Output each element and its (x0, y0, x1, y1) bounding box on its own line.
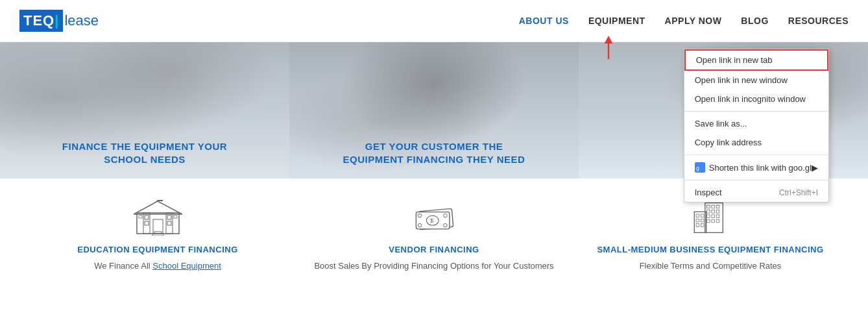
hero-panel-school-text: FINANCE THE EQUIPMENT YOUR SCHOOL NEEDS (49, 140, 240, 166)
svg-rect-18 (152, 234, 163, 236)
context-menu-open-new-tab[interactable]: Open link in new tab (684, 49, 828, 71)
svg-rect-29 (706, 205, 710, 208)
card-education-link[interactable]: School Equipment (152, 261, 221, 271)
svg-rect-16 (174, 215, 177, 218)
card-education-title: EDUCATION EQUIPMENT FINANCING (77, 245, 238, 254)
logo-lease: lease (64, 12, 99, 29)
svg-rect-32 (706, 210, 710, 213)
context-menu-open-incognito-label: Open link in incognito window (695, 94, 806, 104)
card-business-desc: Flexible Terms and Competitive Rates (640, 260, 782, 273)
context-menu-divider-1 (684, 111, 828, 112)
svg-rect-8 (145, 215, 149, 219)
card-education: EDUCATION EQUIPMENT FINANCING We Finance… (19, 191, 296, 279)
hero-panel-school-line1: FINANCE THE EQUIPMENT YOUR (62, 140, 227, 153)
context-menu-divider-2 (684, 154, 828, 155)
hero-panel-school: FINANCE THE EQUIPMENT YOUR SCHOOL NEEDS (0, 42, 289, 178)
svg-rect-33 (711, 210, 714, 213)
context-menu-copy-link[interactable]: Copy link address (684, 133, 828, 152)
nav-equipment[interactable]: EQUIPMENT (588, 16, 645, 26)
context-menu-save-link[interactable]: Save link as... (684, 114, 828, 133)
context-menu-inspect-shortcut: Ctrl+Shift+I (779, 188, 818, 197)
svg-marker-1 (605, 36, 613, 43)
arrow-indicator (596, 36, 621, 64)
svg-rect-30 (711, 205, 714, 208)
nav-about-us[interactable]: ABOUT US (519, 16, 569, 26)
svg-rect-37 (716, 214, 719, 217)
svg-rect-14 (158, 200, 163, 201)
logo-highlight: | (54, 12, 59, 29)
svg-rect-46 (701, 223, 704, 227)
card-vendor: $ VENDOR FINANCING Boost Sales By Provid… (296, 191, 572, 279)
nav-blog[interactable]: BLOG (741, 16, 768, 26)
svg-rect-40 (716, 219, 719, 223)
svg-rect-15 (139, 215, 142, 218)
svg-rect-9 (167, 215, 171, 219)
svg-rect-36 (711, 214, 714, 217)
svg-rect-11 (167, 221, 171, 225)
svg-rect-44 (701, 219, 704, 222)
card-business: SMALL-MEDIUM BUSINESS EQUIPMENT FINANCIN… (572, 191, 849, 279)
hero-panel-vendor-line1: GET YOUR CUSTOMER THE (343, 140, 525, 153)
svg-rect-10 (145, 221, 149, 225)
svg-marker-12 (134, 201, 182, 214)
logo-teq: TEQ| (19, 10, 63, 32)
nav-apply-now[interactable]: APPLY NOW (665, 16, 722, 26)
context-menu-inspect[interactable]: Inspect Ctrl+Shift+I (684, 183, 828, 202)
svg-rect-43 (696, 219, 699, 222)
card-vendor-desc: Boost Sales By Providing Financing Optio… (314, 260, 553, 273)
main-nav: ABOUT US EQUIPMENT APPLY NOW BLOG RESOUR… (519, 16, 849, 26)
svg-rect-35 (706, 214, 710, 217)
svg-text:g: g (696, 165, 699, 171)
svg-rect-45 (696, 223, 699, 227)
context-menu-divider-3 (684, 180, 828, 180)
svg-rect-38 (706, 219, 710, 223)
card-business-title: SMALL-MEDIUM BUSINESS EQUIPMENT FINANCIN… (597, 245, 823, 254)
context-menu-inspect-label: Inspect (695, 188, 722, 197)
card-vendor-icon: $ (408, 198, 460, 237)
svg-text:$: $ (429, 217, 433, 224)
page-wrapper: TEQ| lease ABOUT US EQUIPMENT APPLY NOW … (0, 0, 868, 331)
context-menu: Open link in new tab Open link in new wi… (684, 49, 829, 202)
logo[interactable]: TEQ| lease (19, 10, 99, 32)
nav-resources[interactable]: RESOURCES (788, 16, 849, 26)
context-menu-shorten-link-label: Shorten this link with goo.gl (709, 163, 812, 173)
card-education-desc: We Finance All School Equipment (94, 260, 221, 273)
svg-rect-41 (696, 214, 699, 217)
hero-panel-vendor-line2: EQUIPMENT FINANCING THEY NEED (343, 153, 525, 166)
hero-panel-school-line2: SCHOOL NEEDS (62, 153, 227, 166)
hero-panel-vendor: GET YOUR CUSTOMER THE EQUIPMENT FINANCIN… (289, 42, 579, 178)
card-education-icon (132, 198, 184, 237)
context-menu-shorten-link-arrow: ▶ (812, 163, 818, 173)
context-menu-open-incognito[interactable]: Open link in incognito window (684, 90, 828, 108)
svg-rect-42 (701, 214, 704, 217)
googl-icon: g (695, 162, 705, 173)
card-business-icon (684, 198, 736, 237)
hero-panel-vendor-text: GET YOUR CUSTOMER THE EQUIPMENT FINANCIN… (330, 140, 538, 166)
card-vendor-title: VENDOR FINANCING (389, 245, 479, 254)
context-menu-shorten-link[interactable]: g Shorten this link with goo.gl ▶ (684, 158, 828, 177)
svg-rect-34 (716, 210, 719, 213)
context-menu-open-new-tab-label: Open link in new tab (696, 55, 773, 65)
context-menu-open-new-window-label: Open link in new window (695, 75, 788, 85)
header: TEQ| lease ABOUT US EQUIPMENT APPLY NOW … (0, 0, 868, 42)
svg-rect-39 (711, 219, 714, 223)
context-menu-save-link-label: Save link as... (695, 119, 747, 129)
context-menu-open-new-window[interactable]: Open link in new window (684, 71, 828, 90)
context-menu-copy-link-label: Copy link address (695, 138, 762, 147)
svg-rect-31 (716, 205, 719, 208)
